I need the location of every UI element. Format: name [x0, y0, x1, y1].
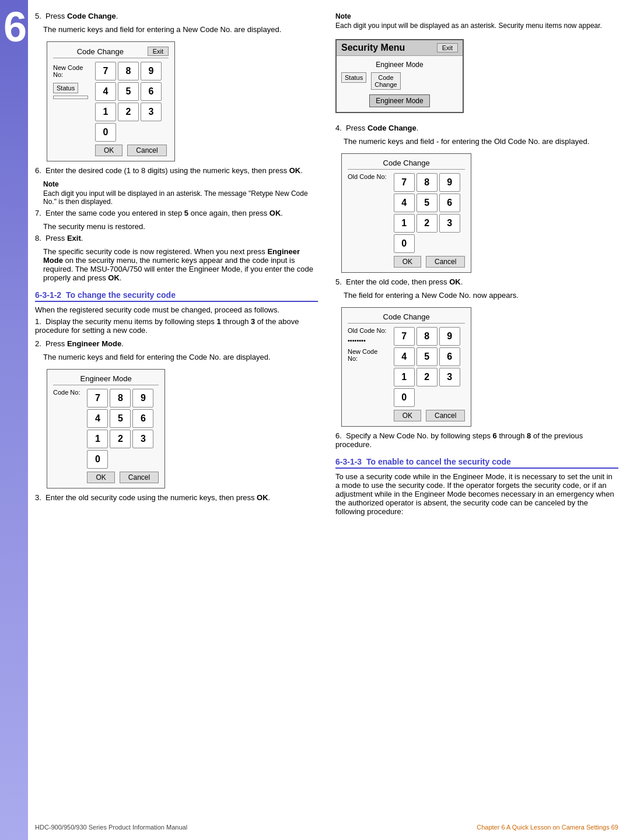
code-change-content-2: Old Code No: 7 8 9 4 5 6 1 2 3 — [348, 173, 465, 268]
em-key-4[interactable]: 4 — [87, 409, 108, 428]
footer-left: HDC-900/950/930 Series Product Informati… — [35, 824, 187, 831]
step-8-bold-em: Engineer Mode — [43, 247, 300, 265]
em-ok-btn[interactable]: OK — [87, 472, 114, 483]
cc3-key-8[interactable]: 8 — [416, 327, 438, 346]
key-0-1[interactable]: 0 — [95, 123, 116, 142]
step-7-desc: The security menu is restored. — [43, 222, 318, 231]
note-text-6a: Each digit you input will be displayed i… — [43, 189, 318, 206]
old-code-label-3: Old Code No: — [348, 327, 387, 334]
key-7-1[interactable]: 7 — [95, 62, 116, 80]
engineer-mode-big-btn[interactable]: Engineer Mode — [369, 94, 429, 107]
exit-button-1[interactable]: Exit — [148, 47, 169, 56]
cc3-key-6[interactable]: 6 — [439, 347, 460, 366]
page-footer: HDC-900/950/930 Series Product Informati… — [35, 824, 618, 831]
step-6-num: 6. — [35, 166, 43, 175]
step-6-text: 6. Enter the desired code (1 to 8 digits… — [35, 166, 318, 175]
sub-step-1-bold3: 3 — [251, 317, 255, 326]
key-6-1[interactable]: 6 — [141, 82, 162, 101]
cc2-key-6[interactable]: 6 — [439, 194, 460, 212]
cc3-key-5[interactable]: 5 — [416, 347, 438, 366]
key-9-1[interactable]: 9 — [141, 62, 162, 80]
ok-cancel-3: OK Cancel — [394, 410, 466, 421]
code-change-label-2: Code Change — [348, 159, 465, 167]
step-8-num: 8. — [35, 234, 43, 242]
chapter-number: 6 — [4, 6, 27, 48]
cc3-key-7[interactable]: 7 — [394, 327, 415, 346]
em-key-7[interactable]: 7 — [87, 389, 108, 407]
cc2-key-7[interactable]: 7 — [394, 173, 415, 192]
old-code-labels: Old Code No: — [348, 173, 387, 180]
step-6-note: Note Each digit you input will be displa… — [43, 180, 318, 206]
cc3-key-3[interactable]: 3 — [439, 368, 460, 386]
sub-step-3-text: 3. Enter the old security code using the… — [35, 493, 318, 502]
code-change-label-3: Code Change — [348, 312, 465, 321]
cc2-key-9[interactable]: 9 — [439, 173, 460, 192]
cc2-key-0[interactable]: 0 — [394, 234, 415, 253]
step-7-bold-5: 5 — [184, 209, 188, 217]
section-6313-title: To enable to cancel the security code — [366, 457, 511, 466]
cancel-btn-1[interactable]: Cancel — [127, 145, 166, 156]
sec-code-change-btn[interactable]: CodeChange — [371, 72, 401, 90]
new-code-label-3: New CodeNo: — [348, 348, 387, 362]
right-note-text: Each digit you input will be displayed a… — [335, 22, 618, 30]
em-key-2[interactable]: 2 — [110, 430, 131, 448]
sub-step-2-desc: The numeric keys and field for entering … — [43, 353, 318, 361]
em-key-5[interactable]: 5 — [110, 409, 131, 428]
numpad-container-3: 7 8 9 4 5 6 1 2 3 0 — [394, 327, 466, 421]
key-5-1[interactable]: 5 — [118, 82, 139, 101]
sec-menu-row: Status CodeChange — [341, 72, 458, 90]
em-key-6[interactable]: 6 — [132, 409, 153, 428]
step-7-bold-ok: OK — [270, 209, 281, 217]
cc2-ok-btn[interactable]: OK — [394, 256, 421, 268]
sec-status-btn[interactable]: Status — [341, 72, 366, 83]
sub-step-1-bold1: 1 — [216, 317, 220, 326]
right-step-5-desc: The field for entering a New Code No. no… — [344, 291, 618, 300]
key-4-1[interactable]: 4 — [95, 82, 116, 101]
cc2-key-4[interactable]: 4 — [394, 194, 415, 212]
em-key-9[interactable]: 9 — [132, 389, 153, 407]
step-5-text: 5. Press Code Change. — [35, 12, 318, 20]
numpad-container-1: 7 8 9 4 5 6 1 2 3 0 — [95, 62, 167, 156]
step-8-bold-ok: OK — [108, 273, 120, 282]
cc2-key-1[interactable]: 1 — [394, 214, 415, 233]
right-step-5-num: 5. — [335, 277, 344, 286]
ok-btn-1[interactable]: OK — [95, 145, 123, 156]
engineer-mode-title: Engineer Mode — [53, 374, 159, 385]
key-3-1[interactable]: 3 — [141, 103, 162, 121]
code-change-title-2: Code Change — [348, 159, 465, 170]
engineer-mode-content: Code No: 7 8 9 4 5 6 1 2 3 — [53, 389, 159, 483]
em-key-1[interactable]: 1 — [87, 430, 108, 448]
numpad-3: 7 8 9 4 5 6 1 2 3 — [394, 327, 466, 386]
cc2-cancel-btn[interactable]: Cancel — [426, 256, 465, 268]
cc3-key-1[interactable]: 1 — [394, 368, 415, 386]
status-label-1: Status — [53, 85, 88, 92]
em-key-3[interactable]: 3 — [132, 430, 153, 448]
right-step-4-text: 4. Press Code Change. — [335, 124, 618, 132]
cc3-key-0[interactable]: 0 — [394, 388, 415, 407]
em-key-0[interactable]: 0 — [87, 450, 108, 469]
new-code-field-1[interactable] — [53, 96, 88, 99]
section-6313-intro: To use a security code while in the Engi… — [335, 472, 618, 516]
numpad-1: 7 8 9 4 5 6 1 2 3 — [95, 62, 167, 121]
key-2-1[interactable]: 2 — [118, 103, 139, 121]
cc3-cancel-btn[interactable]: Cancel — [426, 410, 465, 421]
cc3-ok-btn[interactable]: OK — [394, 410, 421, 421]
em-key-8[interactable]: 8 — [110, 389, 131, 407]
em-cancel-btn[interactable]: Cancel — [120, 472, 159, 483]
cc2-key-5[interactable]: 5 — [416, 194, 438, 212]
cc3-key-2[interactable]: 2 — [416, 368, 438, 386]
key-8-1[interactable]: 8 — [118, 62, 139, 80]
note-label-6: Note — [43, 180, 59, 188]
step-5-desc: The numeric keys and field for entering … — [43, 25, 318, 34]
security-menu-title: Security Menu Exit — [337, 40, 463, 56]
right-step-5-bold: OK — [449, 277, 461, 286]
cc2-key-3[interactable]: 3 — [439, 214, 460, 233]
cc3-key-4[interactable]: 4 — [394, 347, 415, 366]
cc3-key-9[interactable]: 9 — [439, 327, 460, 346]
status-btn-1[interactable]: Status — [53, 83, 78, 93]
code-change-box-3: Code Change Old Code No: •••••••• New Co… — [341, 307, 471, 427]
cc2-key-8[interactable]: 8 — [416, 173, 438, 192]
security-menu-exit-btn[interactable]: Exit — [437, 43, 458, 52]
cc2-key-2[interactable]: 2 — [416, 214, 438, 233]
key-1-1[interactable]: 1 — [95, 103, 116, 121]
